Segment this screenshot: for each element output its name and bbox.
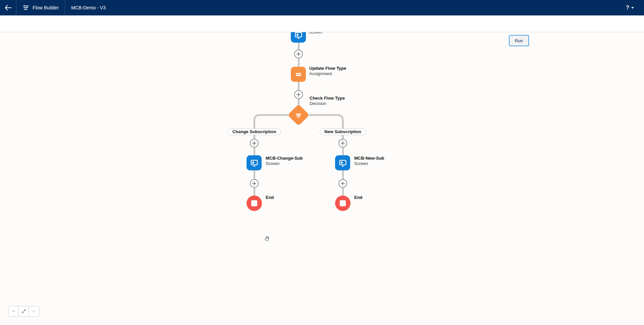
chevron-down-icon (631, 7, 634, 9)
node-label: End (266, 195, 274, 200)
node-type: Screen (266, 161, 303, 166)
node-label: Check Flow Type Decision (310, 96, 345, 106)
screen-icon (250, 159, 259, 167)
screen-node-mcb-change-sub[interactable] (247, 155, 262, 170)
screen-node-mcb-new-sub[interactable] (335, 155, 350, 170)
decision-icon (294, 111, 303, 119)
node-name: End (354, 195, 363, 200)
add-element-button[interactable] (294, 90, 303, 99)
node-label: End (354, 195, 363, 200)
back-arrow-icon (5, 5, 11, 10)
assignment-icon (294, 70, 303, 79)
add-element-button[interactable] (294, 50, 303, 58)
add-element-button[interactable] (250, 139, 259, 148)
node-type: Decision (310, 101, 345, 106)
end-node[interactable] (335, 196, 351, 211)
add-element-button[interactable] (338, 179, 347, 188)
flow-toolbar: Select Elements ↶ ↷ ⚙ Auto-Layout Versio… (0, 15, 644, 32)
branch-label-change-subscription: Change Subscription (228, 128, 281, 135)
run-button[interactable]: Run (509, 35, 529, 46)
screen-node[interactable] (291, 32, 306, 43)
branch-label-new-subscription: New Subscription (320, 128, 366, 135)
assignment-node[interactable] (291, 67, 306, 82)
node-type: Screen (354, 161, 384, 166)
zoom-out-button[interactable]: − (9, 306, 19, 316)
node-label: MCB-Change-Sub Screen (266, 156, 303, 166)
plus-icon: + (32, 308, 35, 314)
node-label: Update Flow Type Assignment (309, 66, 346, 76)
add-element-button[interactable] (338, 139, 347, 148)
flow-title: MCB-Demo - V3 (65, 5, 112, 10)
end-icon (335, 196, 351, 211)
app-name: Flow Builder (33, 5, 59, 10)
flow-builder-icon (22, 4, 29, 11)
back-button[interactable] (0, 0, 16, 15)
node-label: Screen (309, 32, 322, 35)
fit-to-view-icon (21, 309, 26, 314)
node-label: MCB-New-Sub Screen (354, 156, 384, 166)
node-type: Screen (309, 32, 322, 35)
node-type: Assignment (309, 71, 346, 76)
app-header: Flow Builder MCB-Demo - V3 ? (0, 0, 644, 15)
help-menu-button[interactable]: ? (626, 0, 634, 15)
zoom-controls: − + (8, 306, 39, 317)
app-title-block: Flow Builder (16, 0, 65, 15)
node-name: End (266, 195, 274, 200)
grab-hand-cursor (264, 235, 271, 243)
add-element-button[interactable] (250, 179, 259, 188)
help-icon: ? (626, 5, 629, 11)
node-name: Check Flow Type (310, 96, 345, 101)
node-name: Update Flow Type (309, 66, 346, 71)
node-name: MCB-Change-Sub (266, 156, 303, 161)
screen-icon (338, 159, 347, 167)
end-icon (247, 196, 262, 211)
minus-icon: − (12, 308, 15, 314)
zoom-in-button[interactable]: + (29, 306, 39, 316)
end-node[interactable] (247, 196, 262, 211)
node-name: MCB-New-Sub (354, 156, 384, 161)
screen-icon (294, 32, 303, 40)
fit-to-view-button[interactable] (19, 306, 29, 316)
flow-canvas[interactable]: Screen Update Flow Type Assignment Check… (0, 32, 644, 325)
